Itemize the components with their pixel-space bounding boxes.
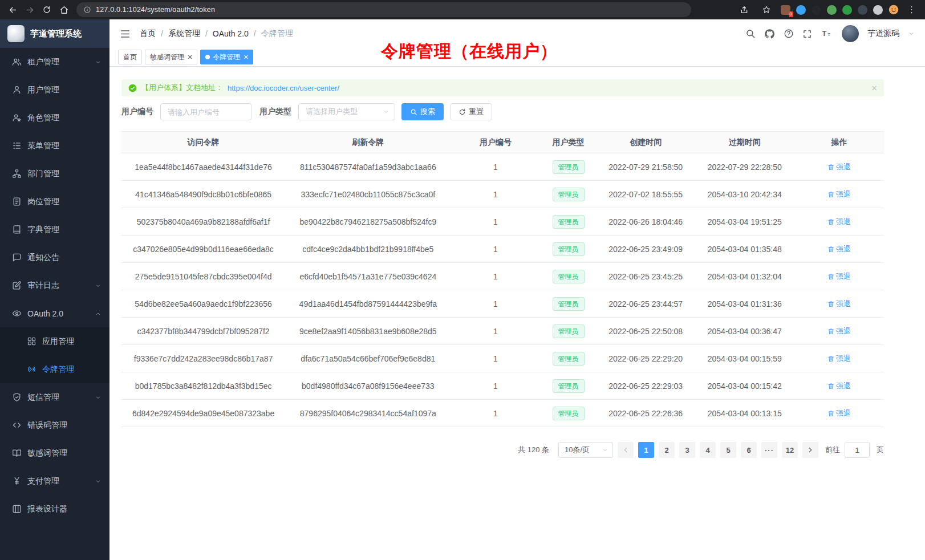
breadcrumb-item[interactable]: 首页 xyxy=(140,29,156,39)
close-icon[interactable]: × xyxy=(871,83,877,93)
sidebar-item-dept[interactable]: 部门管理 xyxy=(0,160,109,188)
sidebar-item-tenant[interactable]: 租户管理 xyxy=(0,48,109,76)
page-size-select[interactable]: 10条/页 xyxy=(558,442,613,458)
table-row: f9336e7c7dd242a283ee98dc86b17a87dfa6c71a… xyxy=(121,345,884,372)
force-logout-button[interactable]: 强退 xyxy=(827,326,851,336)
user-id-cell: 1 xyxy=(451,290,540,318)
user-type-label: 用户类型 xyxy=(259,107,291,117)
breadcrumb-item[interactable]: 令牌管理 xyxy=(261,29,293,39)
more-pages-button[interactable]: ··· xyxy=(761,442,777,458)
font-size-icon[interactable]: TT xyxy=(821,29,831,39)
user-type-select[interactable]: 请选择用户类型 xyxy=(298,103,395,120)
column-header[interactable]: 创建时间 xyxy=(597,132,695,153)
force-logout-button[interactable]: 强退 xyxy=(827,162,851,172)
tab-1[interactable]: 敏感词管理× xyxy=(145,50,197,64)
github-icon[interactable] xyxy=(764,29,775,39)
browser-menu-icon[interactable]: ⋮ xyxy=(905,5,918,15)
force-logout-button[interactable]: 强退 xyxy=(827,189,851,200)
sidebar-item-menu[interactable]: 菜单管理 xyxy=(0,132,109,160)
action-cell: 强退 xyxy=(794,400,884,427)
sidebar-item-token[interactable]: 令牌管理 xyxy=(0,355,109,383)
next-page-button[interactable] xyxy=(802,442,818,458)
force-logout-button[interactable]: 强退 xyxy=(827,354,851,364)
force-logout-button[interactable]: 强退 xyxy=(827,271,851,282)
prev-page-button[interactable] xyxy=(618,442,634,458)
search-button[interactable]: 搜索 xyxy=(401,103,444,120)
page-button-12[interactable]: 12 xyxy=(782,442,798,458)
sidebar-item-app[interactable]: 应用管理 xyxy=(0,327,109,355)
reload-icon[interactable] xyxy=(39,2,55,18)
user-name[interactable]: 芋道源码 xyxy=(867,29,899,39)
goto-page-input[interactable] xyxy=(845,442,870,458)
force-logout-button[interactable]: 强退 xyxy=(827,217,851,227)
force-logout-button[interactable]: 强退 xyxy=(827,408,851,419)
goto-unit: 页 xyxy=(877,445,884,455)
extension-6-icon[interactable] xyxy=(858,5,867,15)
browser-profile-avatar[interactable] xyxy=(889,5,899,15)
sidebar-panel-icon[interactable] xyxy=(873,5,883,15)
column-header[interactable]: 用户编号 xyxy=(451,132,540,153)
create-time-cell: 2022-07-02 18:55:55 xyxy=(597,181,695,208)
sidebar-item-post[interactable]: 岗位管理 xyxy=(0,188,109,216)
help-icon[interactable] xyxy=(784,29,794,39)
tab-2[interactable]: 令牌管理× xyxy=(200,50,253,64)
home-icon[interactable] xyxy=(56,2,72,18)
user-icon xyxy=(11,85,22,95)
extension-2-icon[interactable] xyxy=(796,5,806,15)
sidebar-item-audit[interactable]: 审计日志 xyxy=(0,271,109,299)
site-info-icon[interactable] xyxy=(83,6,91,14)
user-type-badge: 管理员 xyxy=(553,188,585,201)
sidebar-item-report[interactable]: 报表设计器 xyxy=(0,495,109,523)
page-button-2[interactable]: 2 xyxy=(659,442,675,458)
sidebar-item-pay[interactable]: 支付管理 xyxy=(0,467,109,495)
table-row: 54d6be82ee5a460a9aedc1f9bf22365649d1aa46… xyxy=(121,290,884,318)
sidebar-item-errcode[interactable]: 错误码管理 xyxy=(0,411,109,439)
sidebar-item-role[interactable]: 角色管理 xyxy=(0,104,109,132)
reset-button[interactable]: 重置 xyxy=(450,103,492,120)
chevron-down-icon[interactable] xyxy=(908,30,915,37)
extension-1-icon[interactable]: 0 xyxy=(781,5,790,15)
share-icon[interactable] xyxy=(736,2,752,18)
close-icon[interactable]: × xyxy=(244,53,248,61)
page-button-5[interactable]: 5 xyxy=(720,442,736,458)
user-avatar[interactable] xyxy=(842,25,859,42)
extension-4-icon[interactable] xyxy=(827,5,837,15)
sidebar-item-sms[interactable]: 短信管理 xyxy=(0,383,109,411)
sidebar-item-oauth2[interactable]: OAuth 2.0 xyxy=(0,299,109,327)
column-header[interactable]: 刷新令牌 xyxy=(285,132,451,153)
back-icon[interactable] xyxy=(5,2,21,18)
forward-icon[interactable] xyxy=(22,2,38,18)
sidebar-item-notice[interactable]: 通知公告 xyxy=(0,244,109,271)
sidebar-item-dict[interactable]: 字典管理 xyxy=(0,216,109,244)
breadcrumb-item[interactable]: 系统管理 xyxy=(168,29,200,39)
fullscreen-icon[interactable] xyxy=(802,29,812,39)
force-logout-button[interactable]: 强退 xyxy=(827,244,851,254)
extension-5-icon[interactable] xyxy=(842,5,852,15)
bookmark-star-icon[interactable] xyxy=(758,2,774,18)
delete-icon xyxy=(827,301,834,307)
column-header[interactable]: 操作 xyxy=(794,132,884,153)
column-header[interactable]: 访问令牌 xyxy=(121,132,285,153)
force-logout-button[interactable]: 强退 xyxy=(827,381,851,391)
search-icon[interactable] xyxy=(745,29,756,39)
user-id-input[interactable] xyxy=(160,103,251,120)
alert-link[interactable]: https://doc.iocoder.cn/user-center/ xyxy=(228,84,339,92)
table-row: b0d1785bc3a8482f812db4a3f3bd15ecb0df4980… xyxy=(121,372,884,400)
extensions-area: 0 xyxy=(781,5,899,15)
address-bar[interactable]: 127.0.0.1:1024/system/oauth2/token xyxy=(76,2,691,17)
page-button-1[interactable]: 1 xyxy=(638,442,654,458)
breadcrumb-item[interactable]: OAuth 2.0 xyxy=(213,29,249,38)
hamburger-icon[interactable] xyxy=(120,29,131,39)
extension-3-icon[interactable] xyxy=(812,5,821,15)
force-logout-button[interactable]: 强退 xyxy=(827,299,851,309)
page-button-3[interactable]: 3 xyxy=(679,442,695,458)
column-header[interactable]: 过期时间 xyxy=(695,132,794,153)
close-icon[interactable]: × xyxy=(188,53,192,61)
sidebar-item-sensitive[interactable]: 敏感词管理 xyxy=(0,439,109,467)
page-button-6[interactable]: 6 xyxy=(741,442,757,458)
column-header[interactable]: 用户类型 xyxy=(541,132,597,153)
sidebar-item-user[interactable]: 用户管理 xyxy=(0,76,109,104)
page-button-4[interactable]: 4 xyxy=(700,442,716,458)
tab-0[interactable]: 首页 xyxy=(118,50,142,64)
refresh-token-cell: 811c530487574fa0af1a59d3abc1aa66 xyxy=(285,153,451,181)
